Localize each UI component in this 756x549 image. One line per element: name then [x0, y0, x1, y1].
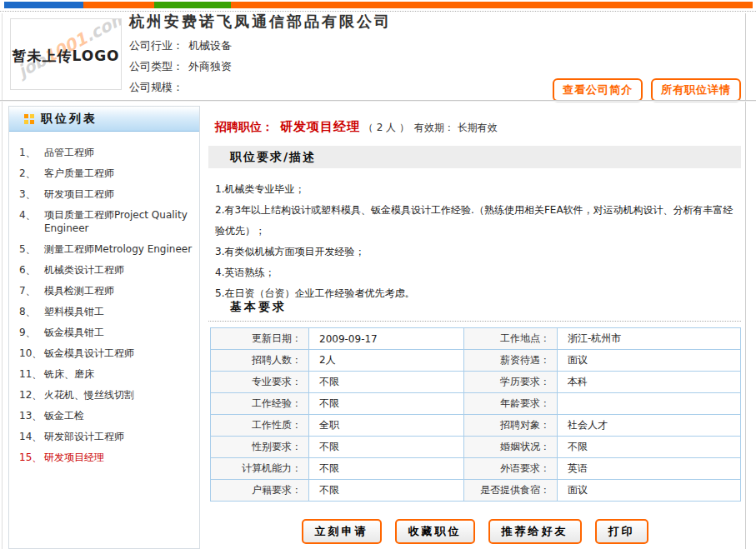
- major-value: 不限: [309, 372, 464, 393]
- basic-requirements-divider: [208, 321, 741, 322]
- table-row: 工作经验： 不限 年龄要求：: [211, 393, 741, 415]
- company-size-label: 公司规模：: [129, 81, 183, 93]
- residency-value: 不限: [309, 480, 464, 502]
- company-type-label: 公司类型：: [129, 60, 183, 72]
- update-date-value: 2009-09-17: [309, 328, 464, 350]
- company-logo-placeholder: job1001.com 暂未上传LOGO: [10, 18, 122, 90]
- education-label: 学历要求：: [464, 372, 558, 393]
- sidebar-job-item-10[interactable]: 10、钣金模具设计工程师: [19, 343, 194, 364]
- update-date-label: 更新日期：: [211, 328, 309, 350]
- validity-value: 长期有效: [458, 122, 498, 133]
- company-industry-label: 公司行业：: [129, 39, 183, 52]
- education-value: 本科: [558, 372, 741, 393]
- sidebar-job-item-9[interactable]: 9、钣金模具钳工: [19, 322, 194, 343]
- company-industry-row: 公司行业：机械设备: [129, 38, 232, 53]
- board-lodging-label: 是否提供食宿：: [464, 480, 558, 502]
- recruit-position-label: 招聘职位：: [215, 120, 273, 133]
- table-row: 计算机能力： 不限 外语要求： 英语: [211, 458, 741, 480]
- computer-skill-value: 不限: [309, 458, 464, 480]
- sidebar-job-item-2[interactable]: 2、客户质量工程师: [19, 163, 194, 184]
- recruit-target-value: 社会人才: [558, 415, 741, 437]
- top-color-bar: [4, 2, 753, 8]
- sidebar-job-item-5[interactable]: 5、测量工程师Metrology Engineer: [19, 239, 194, 260]
- salary-label: 薪资待遇：: [464, 350, 558, 372]
- description-line: 2.有3年以上结构设计或塑料模具、钣金模具设计工作经验.（熟练使用相关FEA软件…: [215, 200, 733, 242]
- table-row: 户籍要求： 不限 是否提供食宿： 面议: [211, 480, 741, 502]
- job-list-title: 职位列表: [41, 112, 98, 127]
- experience-value: 不限: [309, 393, 464, 415]
- all-jobs-detail-button[interactable]: 所有职位详情: [651, 78, 741, 102]
- basic-requirements-table: 更新日期： 2009-09-17 工作地点： 浙江-杭州市 招聘人数： 2人 薪…: [210, 327, 741, 502]
- view-company-intro-button[interactable]: 查看公司简介: [553, 78, 643, 102]
- grid-icon: [24, 114, 34, 124]
- recommend-friend-button[interactable]: 推荐给好友: [488, 519, 582, 544]
- favorite-job-button[interactable]: 收藏职位: [395, 519, 475, 544]
- foreign-language-label: 外语要求：: [464, 458, 558, 480]
- logo-placeholder-text: 暂未上传LOGO: [11, 47, 121, 66]
- page-left-border: [2, 13, 3, 549]
- sidebar-job-item-11[interactable]: 11、铣床、磨床: [19, 364, 194, 385]
- foreign-language-value: 英语: [558, 458, 741, 480]
- print-button[interactable]: 打印: [595, 519, 648, 544]
- sidebar-job-item-4[interactable]: 4、项目质量工程师Project Quality Engineer: [19, 205, 194, 239]
- job-nature-value: 全职: [309, 415, 464, 437]
- headcount-label: 招聘人数：: [211, 350, 309, 372]
- header-divider: [0, 100, 756, 102]
- description-line: 3.有类似机械方面项目开发经验；: [215, 242, 733, 262]
- topbar-orange-segment-long: [231, 2, 753, 8]
- page-right-border: [745, 13, 746, 549]
- table-row: 性别要求： 不限 婚姻状况： 不限: [211, 437, 741, 458]
- board-lodging-value: 面议: [558, 480, 741, 502]
- sidebar-job-item-3[interactable]: 3、研发项目工程师: [19, 184, 194, 205]
- job-header-line: 招聘职位：研发项目经理 （ 2 人 ）有效期： 长期有效: [215, 119, 498, 135]
- company-size-row: 公司规模：: [129, 80, 188, 95]
- job-list: 1、品管工程师 2、客户质量工程师 3、研发项目工程师 4、项目质量工程师Pro…: [9, 132, 199, 468]
- basic-requirements-title: 基本要求: [230, 300, 287, 315]
- sidebar-job-item-13[interactable]: 13、钣金工检: [19, 406, 194, 427]
- topbar-blue-segment: [4, 2, 83, 8]
- topbar-green-segment: [154, 2, 231, 8]
- description-line: 1.机械类专业毕业；: [215, 179, 733, 200]
- recruit-target-label: 招聘对象：: [464, 415, 558, 437]
- residency-label: 户籍要求：: [211, 480, 309, 502]
- company-type-value: 外商独资: [188, 60, 232, 72]
- table-row: 招聘人数： 2人 薪资待遇： 面议: [211, 350, 741, 372]
- description-line: 5.在日资（台资）企业工作经验者优先考虑。: [215, 283, 733, 304]
- sidebar-job-item-14[interactable]: 14、研发部设计工程师: [19, 427, 194, 447]
- job-description: 1.机械类专业毕业； 2.有3年以上结构设计或塑料模具、钣金模具设计工作经验.（…: [215, 179, 733, 304]
- company-name: 杭州安费诺飞凤通信部品有限公司: [129, 12, 392, 32]
- sidebar-job-item-6[interactable]: 6、机械类设计工程师: [19, 260, 194, 281]
- major-label: 专业要求：: [211, 372, 309, 393]
- validity-label: 有效期：: [414, 122, 454, 133]
- action-buttons: 立刻申请 收藏职位 推荐给好友 打印: [208, 519, 741, 544]
- marital-value: 不限: [558, 437, 741, 458]
- marital-label: 婚姻状况：: [464, 437, 558, 458]
- work-location-label: 工作地点：: [464, 328, 558, 350]
- job-list-header: 职位列表: [9, 107, 199, 132]
- sidebar-job-item-8[interactable]: 8、塑料模具钳工: [19, 302, 194, 322]
- headcount-value: 2人: [309, 350, 464, 372]
- age-value: [558, 393, 741, 415]
- job-title: 研发项目经理: [280, 119, 360, 134]
- header-buttons: 查看公司简介 所有职位详情: [553, 78, 741, 102]
- sidebar-job-item-7[interactable]: 7、模具检测工程师: [19, 281, 194, 302]
- work-location-value: 浙江-杭州市: [558, 328, 741, 350]
- table-row: 更新日期： 2009-09-17 工作地点： 浙江-杭州市: [211, 328, 741, 350]
- age-label: 年龄要求：: [464, 393, 558, 415]
- job-nature-label: 工作性质：: [211, 415, 309, 437]
- computer-skill-label: 计算机能力：: [211, 458, 309, 480]
- sidebar-job-item-12[interactable]: 12、火花机、慢丝线切割: [19, 385, 194, 406]
- job-list-sidebar: 职位列表 1、品管工程师 2、客户质量工程师 3、研发项目工程师 4、项目质量工…: [8, 106, 200, 549]
- table-row: 工作性质： 全职 招聘对象： 社会人才: [211, 415, 741, 437]
- gender-label: 性别要求：: [211, 437, 309, 458]
- job-requirements-section-title: 职位要求/描述: [208, 146, 741, 168]
- apply-now-button[interactable]: 立刻申请: [302, 519, 382, 544]
- topbar-orange-segment: [83, 2, 154, 8]
- job-headcount: （ 2 人 ）: [363, 122, 409, 133]
- sidebar-job-item-1[interactable]: 1、品管工程师: [19, 142, 194, 163]
- gender-value: 不限: [309, 437, 464, 458]
- description-line: 4.英语熟练；: [215, 262, 733, 283]
- sidebar-job-item-15-active[interactable]: 15、研发项目经理: [19, 447, 194, 468]
- company-industry-value: 机械设备: [188, 39, 232, 52]
- table-row: 专业要求： 不限 学历要求： 本科: [211, 372, 741, 393]
